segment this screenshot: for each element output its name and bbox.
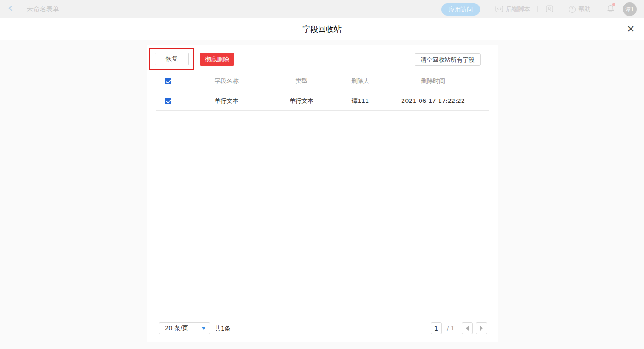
clear-recycle-bin-button[interactable]: 清空回收站所有字段 — [415, 53, 481, 66]
notification-badge — [612, 3, 615, 6]
divider — [561, 6, 561, 12]
caret-segment — [197, 323, 210, 334]
arrow-right-icon — [480, 326, 483, 331]
modal-title: 字段回收站 — [302, 24, 342, 35]
pagination-bar: 20 条/页 共1条 / 1 — [147, 322, 498, 335]
toolbar: 恢复 彻底删除 清空回收站所有字段 — [147, 45, 498, 71]
app-access-button[interactable]: 应用访问 — [441, 3, 480, 16]
next-page-button[interactable] — [476, 322, 487, 334]
code-icon — [495, 5, 503, 14]
topbar-actions: 应用访问 后端脚本 ? — [441, 2, 637, 16]
modal-body: 恢复 彻底删除 清空回收站所有字段 字段名称 类型 删除人 删除时间 单行文本 — [0, 40, 644, 349]
table-header-row: 字段名称 类型 删除人 删除时间 — [156, 71, 489, 91]
recycle-bin-panel: 恢复 彻底删除 清空回收站所有字段 字段名称 类型 删除人 删除时间 单行文本 — [147, 45, 498, 342]
delete-forever-button[interactable]: 彻底删除 — [200, 53, 234, 66]
divider — [488, 6, 488, 12]
page-count-label: / 1 — [447, 325, 455, 331]
cell-deleted-time: 2021-06-17 17:22:22 — [389, 97, 477, 104]
backend-script-label: 后端脚本 — [506, 5, 530, 13]
restore-button[interactable]: 恢复 — [155, 53, 189, 65]
cell-field-name: 单行文本 — [181, 97, 271, 105]
header-deleted-by: 删除人 — [331, 77, 389, 85]
back-chevron-icon — [7, 4, 15, 14]
backend-script-button[interactable]: 后端脚本 — [495, 5, 530, 14]
page-size-value: 20 条/页 — [159, 323, 197, 334]
help-label: 帮助 — [578, 5, 590, 13]
question-mark-icon: ? — [569, 6, 576, 13]
cell-type: 单行文本 — [271, 97, 331, 105]
help-button[interactable]: ? 帮助 — [569, 5, 590, 13]
prev-page-button[interactable] — [462, 322, 473, 334]
select-all-checkbox[interactable] — [165, 78, 171, 84]
avatar[interactable]: 谭1 — [623, 2, 637, 16]
header-type: 类型 — [271, 77, 331, 85]
cell-deleted-by: 谭111 — [331, 97, 389, 105]
chevron-down-icon — [201, 327, 206, 330]
form-title: 未命名表单 — [27, 5, 59, 13]
page-number-input[interactable] — [431, 322, 442, 334]
app-topbar: 未命名表单 应用访问 后端脚本 — [0, 0, 644, 18]
back-button[interactable] — [7, 4, 15, 14]
close-icon[interactable]: ✕ — [626, 24, 635, 34]
row-checkbox[interactable] — [165, 98, 171, 104]
arrow-left-icon — [466, 326, 469, 331]
page-size-select[interactable]: 20 条/页 — [159, 322, 210, 334]
notifications-button[interactable] — [607, 4, 614, 14]
table-row[interactable]: 单行文本 单行文本 谭111 2021-06-17 17:22:22 — [156, 91, 489, 111]
header-deleted-time: 删除时间 — [389, 77, 477, 85]
deleted-fields-table: 字段名称 类型 删除人 删除时间 单行文本 单行文本 谭111 2021-06-… — [156, 71, 489, 111]
divider — [598, 6, 598, 12]
red-highlight-annotation: 恢复 — [149, 48, 194, 70]
divider — [537, 6, 538, 12]
bell-icon — [607, 6, 614, 14]
contact-card-icon — [545, 5, 554, 14]
header-field-name: 字段名称 — [181, 77, 271, 85]
modal-titlebar: 字段回收站 ✕ — [0, 18, 644, 40]
total-count-label: 共1条 — [215, 325, 230, 333]
contacts-button[interactable] — [545, 5, 554, 14]
